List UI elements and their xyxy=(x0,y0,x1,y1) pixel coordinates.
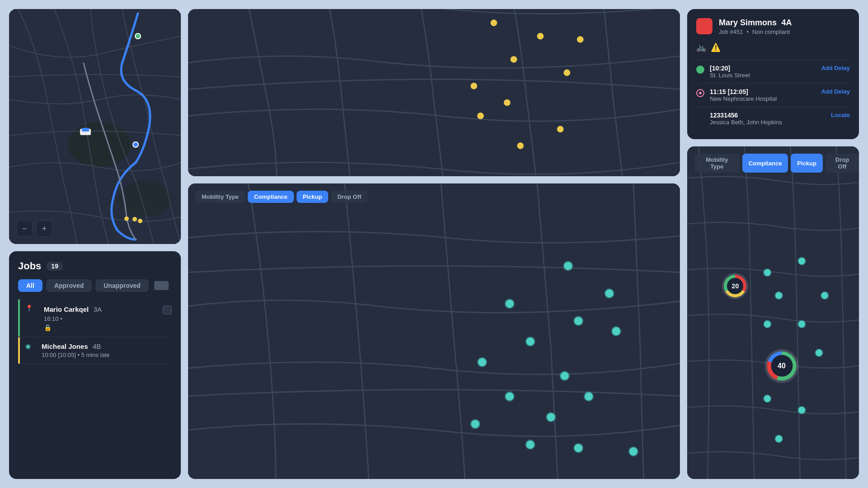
cluster-20: 20 xyxy=(724,275,746,297)
svg-point-48 xyxy=(816,349,822,356)
svg-point-22 xyxy=(477,113,484,119)
job-indicator-yellow xyxy=(18,337,20,364)
tab-pickup-mid[interactable]: Pickup xyxy=(297,191,329,203)
trip-row-plain: 12331456 Jessica Beth, John Hopkins Loca… xyxy=(696,107,850,130)
svg-point-46 xyxy=(764,321,771,328)
lock-icon: 🔒 xyxy=(44,324,52,331)
svg-point-50 xyxy=(764,395,771,402)
job-location-icon-1: 📍 xyxy=(25,305,33,312)
svg-rect-41 xyxy=(687,146,859,479)
mid-top-map-bg xyxy=(188,9,680,176)
trip-details-1: [10:20] St. Louis Street xyxy=(710,65,816,79)
mid-bottom-map-svg xyxy=(188,183,680,479)
zoom-out-button[interactable]: − xyxy=(16,221,33,237)
person-avatar xyxy=(696,18,712,34)
job-icons-mario: 🔒 xyxy=(44,324,172,331)
job-checkbox-mario[interactable] xyxy=(163,305,172,314)
svg-point-28 xyxy=(612,327,620,335)
job-time-mario: 16:10 • xyxy=(44,315,172,322)
svg-point-25 xyxy=(564,262,572,270)
right-map-tabs: Mobiltiy Type Compliance Pickup Drop Off xyxy=(694,154,859,173)
svg-point-44 xyxy=(775,292,782,299)
svg-point-42 xyxy=(764,269,771,276)
add-delay-btn-1[interactable]: Add Delay xyxy=(821,65,850,71)
svg-point-1 xyxy=(68,122,131,167)
job-content-micheal: Micheal Jones 4B 10:00 [10:05] • 5 mins … xyxy=(36,343,172,358)
job-name-mario: Mario Carkqel xyxy=(44,305,89,313)
jobs-count-badge: 19 xyxy=(47,262,63,271)
mid-column: Mobiltiy Type Compliance Pickup Drop Off xyxy=(188,9,680,479)
left-map-bg: − + xyxy=(9,9,181,244)
left-column: − + Jobs 19 All Approved Unapproved 📍 xyxy=(9,9,181,479)
cluster-40: 40 xyxy=(767,351,797,380)
jobs-card: Jobs 19 All Approved Unapproved 📍 Mario … xyxy=(9,251,181,479)
tab-mobility-right[interactable]: Mobiltiy Type xyxy=(694,154,740,173)
tab-compliance-mid[interactable]: Compliance xyxy=(248,191,294,203)
main-layout: − + Jobs 19 All Approved Unapproved 📍 xyxy=(0,0,868,488)
trip-details-2: 11:15 [12:05] New Nephrocare Hospital xyxy=(710,88,816,102)
svg-point-30 xyxy=(526,338,534,346)
svg-rect-24 xyxy=(188,183,680,479)
job-time-micheal: 10:00 [10:05] • 5 mins late xyxy=(42,352,172,358)
mid-bottom-map-bg: Mobiltiy Type Compliance Pickup Drop Off xyxy=(188,183,680,479)
job-id-micheal: 4B xyxy=(93,343,101,350)
svg-point-27 xyxy=(574,317,582,325)
right-bottom-map: 20 40 Mobiltiy Type Compliance Pickup Dr… xyxy=(687,146,859,479)
person-name-row: Mary Simmons 4A xyxy=(719,18,792,28)
mid-top-map xyxy=(188,9,680,176)
unapproved-toggle[interactable] xyxy=(154,281,169,290)
filter-tabs: All Approved Unapproved xyxy=(18,279,172,292)
trip-time-2: 11:15 [12:05] xyxy=(710,88,816,95)
zoom-in-button[interactable]: + xyxy=(36,221,52,237)
trip-time-1: [10:20] xyxy=(710,65,816,72)
locate-btn[interactable]: Locate xyxy=(831,112,850,118)
jobs-title: Jobs xyxy=(18,260,41,272)
svg-point-37 xyxy=(629,447,637,455)
svg-point-15 xyxy=(537,33,544,40)
tab-compliance-right[interactable]: Compliance xyxy=(742,154,788,173)
svg-point-8 xyxy=(132,217,137,221)
warning-icon: ⚠️ xyxy=(711,42,721,52)
right-column: Mary Simmons 4A Job #451 • Non compliant… xyxy=(687,9,859,479)
right-map-svg xyxy=(687,146,859,479)
trip-plain-content: 12331456 Jessica Beth, John Hopkins xyxy=(710,112,826,126)
svg-point-20 xyxy=(504,99,510,106)
svg-point-52 xyxy=(775,436,782,442)
filter-approved[interactable]: Approved xyxy=(46,279,92,292)
job-item-micheal: ◉ Micheal Jones 4B 10:00 [10:05] • 5 min… xyxy=(18,337,172,364)
person-status: Non compliant xyxy=(752,28,790,35)
filter-all[interactable]: All xyxy=(18,279,42,292)
person-meta: Job #451 • Non compliant xyxy=(719,28,792,35)
svg-point-19 xyxy=(564,70,571,76)
trip-row-2: 11:15 [12:05] New Nephrocare Hospital Ad… xyxy=(696,83,850,107)
jobs-header: Jobs 19 xyxy=(18,260,172,272)
svg-point-45 xyxy=(821,292,828,299)
tab-dropoff-mid[interactable]: Drop Off xyxy=(331,191,368,203)
person-info: Mary Simmons 4A Job #451 • Non compliant xyxy=(719,18,792,35)
svg-rect-4 xyxy=(82,128,89,131)
tab-pickup-right[interactable]: Pickup xyxy=(791,154,823,173)
person-name: Mary Simmons xyxy=(719,18,777,27)
map-controls: − + xyxy=(16,221,52,237)
svg-point-18 xyxy=(471,83,477,89)
person-info-card: Mary Simmons 4A Job #451 • Non compliant… xyxy=(687,9,859,139)
tab-dropoff-right[interactable]: Drop Off xyxy=(826,154,859,173)
job-location-icon-2: ◉ xyxy=(25,343,31,350)
svg-point-23 xyxy=(517,142,524,149)
tab-mobility-mid[interactable]: Mobiltiy Type xyxy=(195,191,245,203)
trip-address-2: New Nephrocare Hospital xyxy=(710,95,816,102)
add-delay-btn-2[interactable]: Add Delay xyxy=(821,88,850,95)
left-map-card: − + xyxy=(9,9,181,244)
person-job: Job #451 xyxy=(719,28,743,35)
svg-point-31 xyxy=(478,358,486,366)
left-map-svg xyxy=(9,9,181,244)
svg-point-32 xyxy=(561,372,569,380)
svg-point-47 xyxy=(798,321,805,328)
filter-unapproved[interactable]: Unapproved xyxy=(95,279,149,292)
job-content-mario: Mario Carkqel 3A 16:10 • 🔒 xyxy=(38,305,172,331)
person-header: Mary Simmons 4A Job #451 • Non compliant xyxy=(696,18,850,35)
cluster-20-value: 20 xyxy=(727,278,743,294)
mid-bottom-map-tabs: Mobiltiy Type Compliance Pickup Drop Off xyxy=(195,191,368,203)
trip-address-1: St. Louis Street xyxy=(710,72,816,79)
svg-point-7 xyxy=(124,216,129,221)
